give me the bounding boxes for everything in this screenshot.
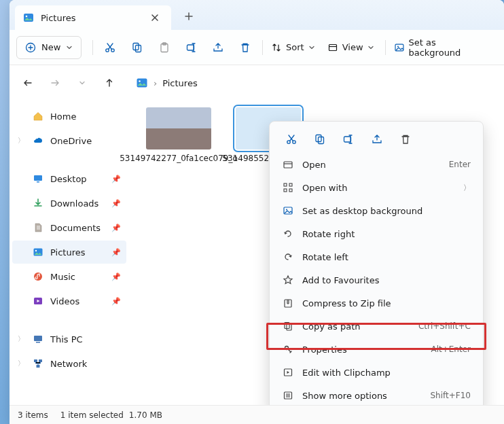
ctx-rename[interactable]: [335, 128, 362, 151]
ctx-openwith-label: Open with: [302, 183, 347, 193]
set-bg-label: Set as background: [408, 37, 490, 58]
ctx-delete[interactable]: [392, 128, 419, 151]
tab-title: Pictures: [41, 13, 75, 23]
ctx-copy[interactable]: [306, 128, 334, 151]
videos-icon: [33, 296, 43, 306]
svg-rect-32: [284, 183, 287, 186]
ctx-rotl-label: Rotate left: [302, 252, 348, 262]
status-items: 3 items: [18, 410, 48, 420]
set-background-button[interactable]: Set as background: [390, 36, 497, 59]
delete-icon: [239, 41, 251, 54]
sidebar-onedrive-label: OneDrive: [50, 136, 92, 146]
svg-rect-16: [37, 181, 39, 183]
sidebar-documents[interactable]: Documents 📌: [12, 216, 126, 239]
rename-icon: [342, 133, 355, 145]
delete-icon: [399, 133, 412, 145]
copy-button[interactable]: [124, 36, 150, 59]
sidebar-pictures[interactable]: Pictures 📌: [12, 241, 126, 264]
ctx-rotate-left[interactable]: Rotate left: [274, 245, 479, 268]
new-button[interactable]: New: [16, 36, 82, 59]
ctx-openwith[interactable]: Open with 〉: [274, 176, 479, 199]
sidebar-home[interactable]: Home: [12, 105, 126, 128]
address-bar[interactable]: › Pictures: [130, 71, 203, 94]
sidebar-thispc[interactable]: 〉 This PC: [12, 328, 126, 351]
chevron-down-icon: [308, 44, 315, 51]
sidebar-desktop-label: Desktop: [50, 174, 87, 184]
breadcrumb-current[interactable]: Pictures: [162, 78, 197, 88]
cut-button[interactable]: [97, 36, 123, 59]
tab-close-button[interactable]: [147, 10, 163, 26]
onedrive-icon: [33, 135, 43, 146]
copy-icon: [131, 41, 143, 54]
svg-rect-34: [284, 189, 287, 192]
ctx-properties-label: Properties: [302, 344, 347, 355]
context-menu: Open Enter Open with 〉 Set as desktop ba…: [269, 121, 484, 412]
rename-button[interactable]: [179, 36, 204, 59]
sidebar-videos[interactable]: Videos 📌: [12, 289, 126, 313]
ctx-share[interactable]: [363, 128, 391, 151]
chevron-down-icon: [367, 44, 374, 51]
copypath-icon: [282, 320, 294, 332]
ctx-more[interactable]: Show more options Shift+F10: [274, 384, 479, 407]
pictures-icon: [33, 247, 43, 258]
file-explorer-window: Pictures New Sort View: [10, 0, 504, 424]
svg-rect-31: [284, 162, 292, 168]
separator: [92, 40, 93, 55]
network-icon: [33, 358, 43, 369]
tab-pictures[interactable]: Pictures: [15, 5, 171, 30]
up-button[interactable]: [98, 71, 121, 94]
ctx-fav-label: Add to Favourites: [302, 275, 379, 285]
sidebar-network[interactable]: 〉 Network: [12, 352, 126, 375]
ctx-setbg[interactable]: Set as desktop background: [274, 199, 479, 222]
view-label: View: [342, 42, 363, 52]
pin-icon: 📌: [111, 199, 121, 208]
ctx-rotate-right[interactable]: Rotate right: [274, 222, 479, 245]
file-item[interactable]: 53149742277_0fa1cec079_o: [141, 107, 216, 163]
recent-button[interactable]: [71, 71, 94, 94]
ctx-properties[interactable]: Properties Alt+Enter: [274, 338, 479, 361]
new-tab-button[interactable]: [178, 5, 200, 27]
ctx-copypath[interactable]: Copy as path Ctrl+Shift+C: [274, 315, 479, 338]
view-icon: [327, 42, 338, 53]
new-label: New: [41, 42, 60, 52]
share-button[interactable]: [205, 36, 231, 59]
cut-icon: [104, 41, 116, 54]
ctx-favourites[interactable]: Add to Favourites: [274, 268, 479, 292]
ctx-copypath-shortcut: Ctrl+Shift+C: [418, 321, 471, 331]
sidebar-downloads[interactable]: Downloads 📌: [12, 192, 126, 215]
more-icon: [282, 389, 294, 402]
arrow-up-icon: [104, 77, 115, 88]
separator: [385, 40, 386, 55]
svg-point-19: [34, 272, 42, 281]
sidebar-music[interactable]: Music 📌: [12, 265, 126, 288]
documents-icon: [33, 222, 43, 233]
back-button[interactable]: [16, 71, 39, 94]
ctx-zip-label: Compress to Zip file: [302, 298, 391, 308]
open-icon: [282, 158, 294, 171]
svg-rect-0: [24, 14, 33, 22]
status-bar: 3 items 1 item selected 1.70 MB: [10, 405, 504, 424]
svg-point-12: [397, 46, 399, 47]
view-button[interactable]: View: [323, 36, 381, 59]
ctx-cut[interactable]: [278, 128, 305, 151]
delete-button[interactable]: [232, 36, 258, 59]
ctx-more-label: Show more options: [302, 391, 387, 401]
ctx-zip[interactable]: Compress to Zip file: [274, 292, 479, 315]
svg-rect-9: [187, 45, 194, 50]
ctx-open[interactable]: Open Enter: [274, 153, 479, 176]
sidebar-desktop[interactable]: Desktop 📌: [12, 167, 126, 190]
forward-button[interactable]: [43, 71, 67, 94]
ctx-setbg-label: Set as desktop background: [302, 206, 422, 216]
music-icon: [33, 271, 43, 282]
sort-button[interactable]: Sort: [267, 36, 322, 59]
copy-icon: [314, 133, 326, 145]
ctx-clipchamp[interactable]: Edit with Clipchamp: [274, 361, 479, 384]
ctx-copypath-label: Copy as path: [302, 321, 361, 332]
paste-button[interactable]: [151, 36, 177, 59]
zip-icon: [282, 297, 294, 309]
chevron-down-icon: [79, 80, 86, 86]
sidebar-pictures-label: Pictures: [50, 247, 85, 258]
cut-icon: [285, 133, 298, 145]
svg-point-37: [286, 209, 287, 211]
sidebar-onedrive[interactable]: 〉 OneDrive: [12, 129, 126, 152]
